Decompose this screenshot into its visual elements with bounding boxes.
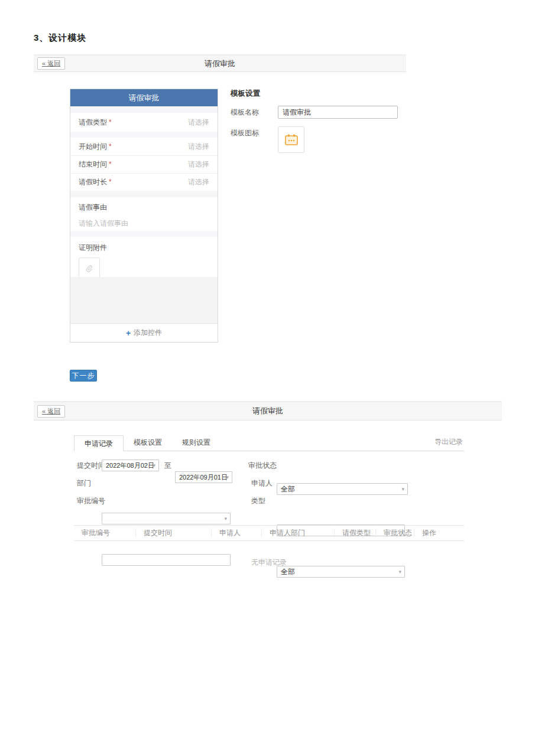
field-label: 结束时间 xyxy=(79,160,107,168)
chevron-down-icon: ▾ xyxy=(398,569,401,575)
tab-template-settings[interactable]: 模板设置 xyxy=(124,435,172,451)
approval-no-label: 审批编号 xyxy=(77,495,105,507)
column-header: 请假类型 xyxy=(334,529,375,537)
add-control-button[interactable]: + 添加控件 xyxy=(70,323,218,342)
column-header: 申请人部门 xyxy=(261,529,334,537)
section-heading: 3、设计模块 xyxy=(34,32,86,44)
column-header: 申请人 xyxy=(211,529,261,537)
plus-icon: + xyxy=(126,328,131,338)
paperclip-icon xyxy=(85,263,94,273)
required-mark: * xyxy=(109,178,112,186)
date-to-select[interactable]: 2022年09月01日 ▾ xyxy=(175,471,232,483)
field-leave-type[interactable]: 请假类型* 请选择 xyxy=(70,113,218,132)
date-to-value: 2022年09月01日 xyxy=(179,473,228,482)
field-label: 开始时间 xyxy=(79,142,107,151)
chevron-down-icon: ▾ xyxy=(224,516,227,522)
date-from-value: 2022年08月02日 xyxy=(106,461,154,470)
empty-records-text: 无申请记录 xyxy=(74,558,464,568)
divider xyxy=(70,132,218,138)
divider xyxy=(70,231,218,237)
designer-header: 请假审批 « 返回 xyxy=(34,54,406,72)
template-icon-picker[interactable] xyxy=(278,126,304,153)
approval-status-label: 审批状态 xyxy=(248,460,277,471)
department-label: 部门 xyxy=(77,477,91,489)
field-leave-reason[interactable]: 请假事由 请输入请假事由 xyxy=(70,197,218,231)
records-table-header: 审批编号 提交时间 申请人 申请人部门 请假类型 审批状态 操作 xyxy=(74,525,464,541)
chevron-down-icon: ▾ xyxy=(226,474,229,480)
date-from-select[interactable]: 2022年08月02日 ▾ xyxy=(102,460,159,471)
type-value: 全部 xyxy=(281,567,295,577)
field-label: 请假事由 xyxy=(79,203,209,213)
field-placeholder: 请选择 xyxy=(188,142,209,152)
type-label: 类型 xyxy=(251,495,265,507)
divider xyxy=(70,106,218,113)
designer-page-title: 请假审批 xyxy=(34,58,406,69)
export-records-link[interactable]: 导出记录 xyxy=(435,437,463,447)
field-attachment: 证明附件 xyxy=(70,237,218,277)
department-select[interactable]: ▾ xyxy=(102,513,231,524)
add-control-label: 添加控件 xyxy=(134,328,162,338)
required-mark: * xyxy=(109,160,112,168)
approval-status-select[interactable]: 全部 ▾ xyxy=(277,483,408,495)
template-settings-heading: 模板设置 xyxy=(231,89,260,99)
field-label: 证明附件 xyxy=(79,243,209,253)
template-name-input[interactable] xyxy=(278,106,398,119)
back-button[interactable]: « 返回 xyxy=(37,57,65,70)
records-header: 请假审批 « 返回 xyxy=(34,401,502,421)
chevron-down-icon: ▾ xyxy=(401,486,404,492)
back-button[interactable]: « 返回 xyxy=(37,405,65,418)
attachment-upload-button[interactable] xyxy=(79,258,100,279)
column-header: 提交时间 xyxy=(135,529,211,537)
field-label: 请假时长 xyxy=(79,178,107,186)
template-icon-label: 模板图标 xyxy=(231,128,259,138)
next-step-button[interactable]: 下一步 xyxy=(70,370,97,382)
divider xyxy=(70,191,218,197)
field-placeholder: 请选择 xyxy=(188,177,209,187)
to-label: 至 xyxy=(164,460,171,471)
field-start-time[interactable]: 开始时间* 请选择 xyxy=(70,138,218,155)
field-label: 请假类型 xyxy=(79,118,107,126)
tab-application-records[interactable]: 申请记录 xyxy=(74,435,124,451)
column-header: 审批状态 xyxy=(375,529,414,537)
form-preview-card: 请假审批 请假类型* 请选择 开始时间* 请选择 结束时间* 请选择 请假时长*… xyxy=(70,89,218,343)
calendar-icon xyxy=(284,133,299,146)
field-placeholder: 请选择 xyxy=(188,159,209,170)
approval-status-value: 全部 xyxy=(281,484,295,494)
required-mark: * xyxy=(109,142,112,151)
submit-time-label: 提交时间 xyxy=(77,460,105,471)
applicant-label: 申请人 xyxy=(251,477,273,489)
records-page-title: 请假审批 xyxy=(34,406,502,416)
type-select[interactable]: 全部 ▾ xyxy=(277,566,405,578)
form-preview-title: 请假审批 xyxy=(70,89,218,106)
column-header: 审批编号 xyxy=(74,529,135,537)
form-preview-empty-area xyxy=(70,277,218,323)
field-leave-duration[interactable]: 请假时长* 请选择 xyxy=(70,173,218,191)
records-tabbar: 申请记录 模板设置 规则设置 导出记录 xyxy=(74,435,464,451)
required-mark: * xyxy=(109,118,112,126)
field-end-time[interactable]: 结束时间* 请选择 xyxy=(70,155,218,173)
field-placeholder: 请输入请假事由 xyxy=(79,219,209,229)
field-placeholder: 请选择 xyxy=(188,118,209,128)
template-name-label: 模板名称 xyxy=(231,107,259,118)
column-header: 操作 xyxy=(414,529,464,537)
tab-rule-settings[interactable]: 规则设置 xyxy=(172,435,221,451)
chevron-down-icon: ▾ xyxy=(153,462,155,468)
